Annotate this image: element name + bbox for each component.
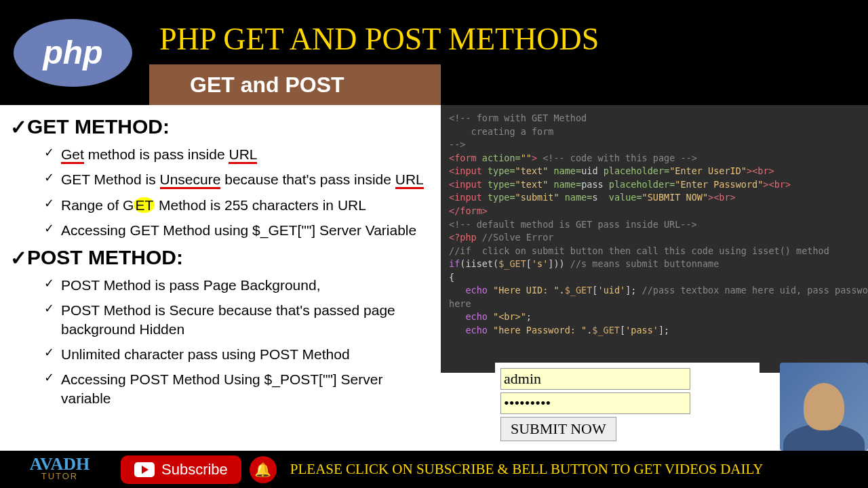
footer-message: PLEASE CLICK ON SUBSCRIBE & BELL BUTTON … — [290, 461, 764, 478]
list-item: Accessing GET Method using $_GET[""] Ser… — [44, 221, 431, 239]
code-line: <!-- form with GET Method — [449, 112, 860, 125]
submit-button[interactable]: SUBMIT NOW — [500, 417, 616, 441]
list-item: Get method is pass inside URL — [44, 145, 431, 163]
code-line: <form action=""> <!-- code with this pag… — [449, 152, 860, 165]
presenter-avatar — [780, 363, 868, 451]
post-method-heading: POST METHOD: — [10, 246, 431, 269]
password-input[interactable] — [500, 392, 690, 414]
code-line: echo "<br>"; — [449, 310, 860, 324]
youtube-icon — [134, 462, 155, 477]
code-line: if(iiset($_GET['s'])) //s means submit b… — [449, 258, 860, 271]
code-line: --> — [449, 138, 860, 152]
code-line: <input type="submit" name=s value="SUBMI… — [449, 191, 860, 205]
list-item: Accessing POST Method Using $_POST[""] S… — [44, 370, 431, 407]
php-logo: php — [14, 19, 132, 87]
code-line: <?php //Solve Error — [449, 231, 860, 245]
code-line: </form> — [449, 205, 860, 218]
code-editor[interactable]: <!-- form with GET Method creating a for… — [441, 105, 868, 373]
subscribe-label: Subscribe — [161, 461, 228, 479]
list-item: GET Method is Unsecure because that's pa… — [44, 170, 431, 188]
list-item: Range of GET Method is 255 characters in… — [44, 196, 431, 214]
list-item: POST Method is Secure because that's pas… — [44, 301, 431, 338]
code-line: creating a form — [449, 125, 860, 139]
get-method-heading: GET METHOD: — [10, 115, 431, 138]
slide-content: GET METHOD: Get method is pass inside UR… — [0, 105, 441, 451]
code-line: //if click on submit button then call th… — [449, 245, 860, 258]
bell-icon[interactable]: 🔔 — [250, 456, 277, 483]
php-logo-text: php — [43, 34, 103, 71]
channel-logo: AVADH TUTOR — [5, 458, 114, 482]
subscribe-button[interactable]: Subscribe — [121, 455, 241, 484]
header-bar: php PHP GET AND POST METHODS GET and POS… — [0, 0, 868, 105]
code-line: here — [449, 298, 860, 311]
code-line: echo "Here UID: ".$_GET['uid']; //pass t… — [449, 284, 860, 298]
list-item: POST Method is pass Page Background, — [44, 276, 431, 294]
main-content: GET METHOD: Get method is pass inside UR… — [0, 105, 868, 451]
channel-name: AVADH — [5, 458, 114, 472]
get-method-list: Get method is pass inside URL GET Method… — [10, 145, 431, 239]
code-line: <!-- default method is GET pass inside U… — [449, 218, 860, 232]
section-subtitle: GET and POST — [149, 64, 441, 105]
code-line: { — [449, 271, 860, 285]
post-method-list: POST Method is pass Page Background, POS… — [10, 276, 431, 407]
channel-subtitle: TUTOR — [5, 471, 114, 481]
code-line: echo "here Password: ".$_GET['pass']; — [449, 324, 860, 338]
page-title: PHP GET AND POST METHODS — [159, 21, 599, 57]
list-item: Unlimited character pass using POST Meth… — [44, 345, 431, 363]
code-line: <input type="text" name=uid placeholder=… — [449, 165, 860, 178]
code-line: <input type="text" name=pass placeholder… — [449, 178, 860, 192]
footer-bar: AVADH TUTOR Subscribe 🔔 PLEASE CLICK ON … — [0, 451, 868, 488]
uid-input[interactable] — [500, 368, 690, 390]
